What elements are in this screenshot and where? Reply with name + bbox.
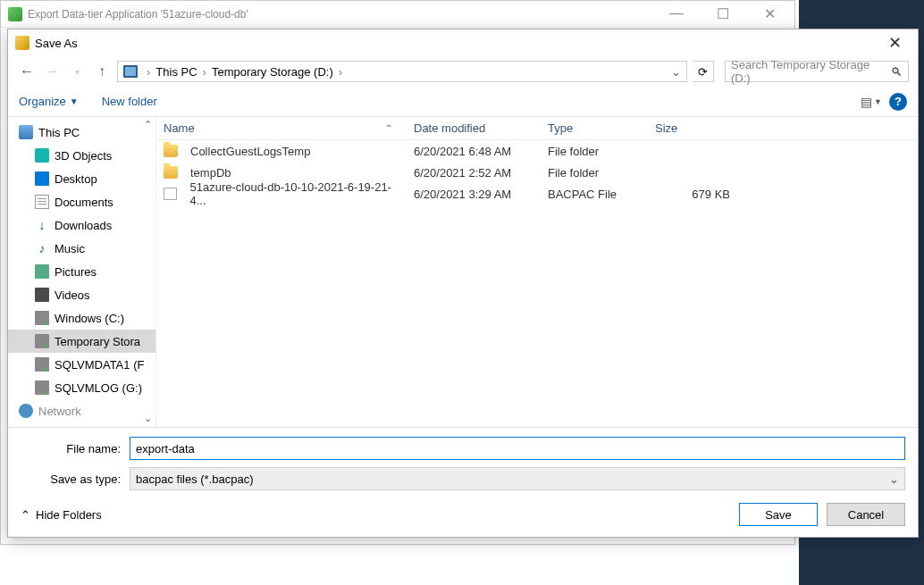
forward-button[interactable]: →	[42, 62, 62, 81]
chevron-up-icon: ⌃	[21, 508, 30, 522]
sidebar-item[interactable]: Videos	[8, 283, 155, 306]
search-icon: 🔍︎	[891, 65, 903, 79]
folder-icon	[164, 145, 178, 157]
column-name[interactable]: Name ⌃	[156, 121, 407, 135]
close-button[interactable]: ✕	[752, 5, 787, 22]
minimize-button[interactable]: —	[659, 5, 694, 22]
scroll-up-button[interactable]: ⌃	[141, 119, 154, 131]
sidebar-item[interactable]: Windows (C:)	[8, 306, 155, 330]
filename-input[interactable]	[130, 437, 905, 460]
recent-dropdown[interactable]: ▾	[67, 62, 87, 81]
music-icon: ♪	[35, 241, 49, 255]
sidebar-item[interactable]: Pictures	[8, 260, 155, 283]
file-row[interactable]: 51azure-cloud-db-10-10-2021-6-19-21-4...…	[156, 183, 918, 205]
folder-icon	[164, 166, 178, 179]
vid-icon	[35, 288, 49, 302]
filename-label: File name:	[21, 442, 130, 455]
breadcrumb-sep: ›	[143, 65, 154, 79]
dialog-titlebar: Save As ✕	[8, 29, 918, 56]
breadcrumb-sep: ›	[335, 65, 346, 79]
file-list: Name ⌃ Date modified Type Size CollectGu…	[156, 117, 918, 427]
file-date: 6/20/2021 3:29 AM	[407, 188, 541, 201]
sidebar-item-label: Downloads	[55, 219, 112, 232]
column-size[interactable]: Size	[648, 121, 737, 135]
file-date: 6/20/2021 2:52 AM	[407, 166, 541, 180]
chevron-down-icon: ▼	[70, 96, 79, 106]
search-placeholder: Search Temporary Storage (D:)	[731, 58, 891, 85]
refresh-button[interactable]: ⟳	[693, 61, 714, 82]
doc-icon	[35, 195, 49, 209]
file-icon	[164, 188, 177, 200]
scroll-down-button[interactable]: ⌄	[141, 413, 154, 425]
file-type: BACPAC File	[541, 188, 648, 201]
save-as-dialog: Save As ✕ ← → ▾ ↑ › This PC › Temporary …	[7, 29, 919, 538]
app-icon	[8, 7, 22, 21]
3d-icon	[35, 148, 49, 163]
navigation-bar: ← → ▾ ↑ › This PC › Temporary Storage (D…	[8, 56, 918, 87]
breadcrumb-root[interactable]: This PC	[154, 65, 198, 79]
sidebar-item-label: This PC	[38, 126, 80, 139]
sidebar-item-label: SQLVMLOG (G:)	[55, 381, 142, 395]
sidebar-item-label: Videos	[55, 288, 90, 302]
file-type: File folder	[541, 166, 648, 180]
organize-menu[interactable]: Organize ▼	[19, 95, 79, 108]
sort-ascending-icon: ⌃	[385, 123, 392, 133]
navigation-pane: ⌃ This PC3D ObjectsDesktopDocuments↓Down…	[8, 117, 156, 427]
sidebar-item[interactable]: Desktop	[8, 167, 155, 190]
sidebar-item[interactable]: ♪Music	[8, 237, 155, 260]
drive-icon	[35, 311, 49, 325]
toolbar: Organize ▼ New folder ▤ ▼ ?	[8, 87, 918, 117]
drive-icon	[35, 357, 49, 372]
breadcrumb-location[interactable]: Temporary Storage (D:)	[210, 65, 335, 79]
file-size: 679 KB	[648, 188, 737, 201]
file-name: 51azure-cloud-db-10-10-2021-6-19-21-4...	[189, 180, 399, 207]
save-icon	[15, 36, 29, 50]
file-name: tempDb	[190, 166, 231, 180]
chevron-down-icon: ▼	[874, 97, 882, 106]
sidebar-item[interactable]: Temporary Stora	[8, 330, 155, 353]
help-button[interactable]: ?	[889, 93, 907, 111]
sidebar-item[interactable]: Network	[8, 399, 155, 422]
sidebar-item[interactable]: SQLVMLOG (G:)	[8, 376, 155, 399]
hide-folders-toggle[interactable]: ⌃ Hide Folders	[21, 508, 102, 522]
save-form: File name: Save as type: bacpac files (*…	[8, 427, 918, 496]
up-button[interactable]: ↑	[92, 62, 112, 81]
sidebar-item[interactable]: ↓Downloads	[8, 213, 155, 237]
parent-titlebar: Export Data-tier Application '51azure-cl…	[1, 1, 794, 28]
column-type[interactable]: Type	[541, 121, 648, 135]
drive-icon	[35, 380, 49, 395]
net-icon	[19, 404, 33, 418]
sidebar-item[interactable]: 3D Objects	[8, 144, 155, 167]
sidebar-item-label: SQLVMDATA1 (F	[55, 358, 144, 372]
filetype-select[interactable]: bacpac files (*.bacpac) ⌄	[130, 467, 905, 490]
sidebar-item[interactable]: SQLVMDATA1 (F	[8, 353, 155, 376]
file-name: CollectGuestLogsTemp	[190, 145, 310, 158]
pc-icon	[19, 125, 33, 139]
drive-icon	[123, 65, 138, 78]
sidebar-item-label: Temporary Stora	[55, 335, 140, 348]
address-dropdown[interactable]: ⌄	[671, 65, 681, 79]
sidebar-item-label: Desktop	[55, 172, 97, 186]
sidebar-item[interactable]: Documents	[8, 190, 155, 213]
address-bar[interactable]: › This PC › Temporary Storage (D:) › ⌄	[117, 61, 687, 82]
folder-row[interactable]: CollectGuestLogsTemp6/20/2021 6:48 AMFil…	[156, 140, 918, 162]
save-button[interactable]: Save	[739, 503, 818, 526]
sidebar-item-label: 3D Objects	[55, 149, 112, 163]
sidebar-item-label: Network	[38, 405, 81, 418]
view-icon: ▤	[861, 95, 872, 109]
sidebar-item[interactable]: This PC	[8, 121, 155, 144]
maximize-button[interactable]: ☐	[705, 5, 741, 22]
pic-icon	[35, 264, 49, 279]
down-icon: ↓	[35, 218, 49, 232]
drive-icon	[35, 334, 49, 348]
view-options-button[interactable]: ▤ ▼	[861, 95, 882, 109]
search-input[interactable]: Search Temporary Storage (D:) 🔍︎	[725, 61, 909, 82]
sidebar-item-label: Pictures	[55, 265, 97, 279]
new-folder-button[interactable]: New folder	[102, 95, 157, 108]
file-type: File folder	[541, 145, 648, 158]
dialog-close-button[interactable]: ✕	[879, 31, 911, 54]
column-date[interactable]: Date modified	[407, 121, 541, 135]
cancel-button[interactable]: Cancel	[827, 503, 905, 526]
dialog-title: Save As	[35, 37, 78, 50]
back-button[interactable]: ←	[17, 62, 37, 81]
